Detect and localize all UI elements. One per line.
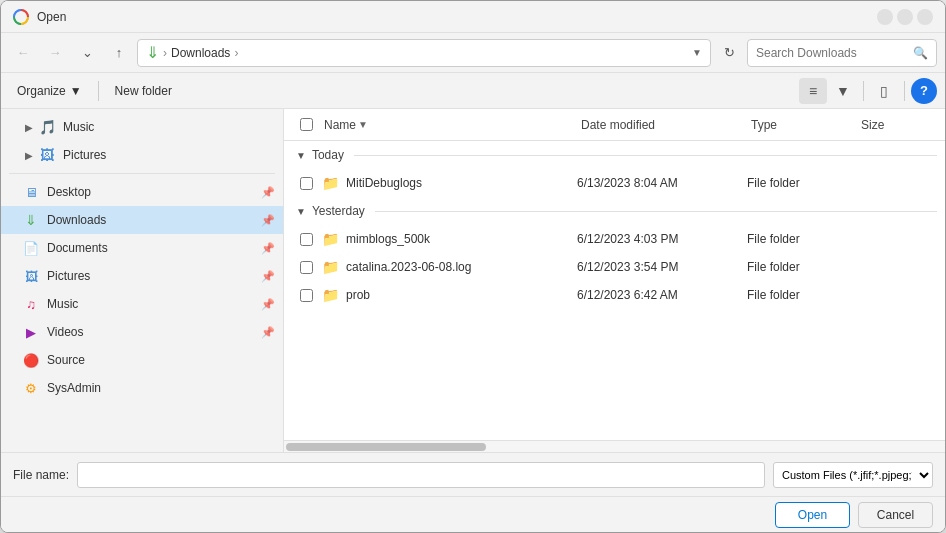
file-date: 6/12/2023 6:42 AM [577, 288, 747, 302]
window-controls: — □ ✕ [877, 9, 933, 25]
column-header-type[interactable]: Type [747, 118, 857, 132]
refresh-button[interactable]: ↻ [715, 39, 743, 67]
sidebar-item-pictures-top[interactable]: ▶ 🖼 Pictures [1, 141, 283, 169]
file-type: File folder [747, 260, 857, 274]
row-checkbox[interactable] [300, 177, 313, 190]
file-type: File folder [747, 288, 857, 302]
source-icon: 🔴 [21, 350, 41, 370]
search-input[interactable] [756, 46, 913, 60]
group-collapse-icon2[interactable]: ▼ [296, 206, 306, 217]
sidebar: ▶ 🎵 Music ▶ 🖼 Pictures 🖥 Desktop 📌 [1, 109, 284, 452]
sidebar-item-label: SysAdmin [47, 381, 275, 395]
expand-button[interactable]: ⌄ [73, 39, 101, 67]
file-name: MitiDebuglogs [346, 176, 577, 190]
sidebar-item-documents[interactable]: 📄 Documents 📌 [1, 234, 283, 262]
row-check[interactable] [292, 233, 320, 246]
table-row[interactable]: 📁 prob 6/12/2023 6:42 AM File folder [284, 281, 945, 309]
expand-arrow-source [5, 352, 21, 368]
expand-arrow-sysadmin [5, 380, 21, 396]
videos-icon: ▶ [21, 322, 41, 342]
horizontal-scrollbar-thumb[interactable] [286, 443, 486, 451]
expand-arrow-downloads [5, 212, 21, 228]
cancel-button[interactable]: Cancel [858, 502, 933, 528]
organize-button[interactable]: Organize ▼ [9, 78, 90, 104]
path-separator: › [163, 46, 167, 60]
file-date: 6/13/2023 8:04 AM [577, 176, 747, 190]
sidebar-item-downloads[interactable]: ⇓ Downloads 📌 [1, 206, 283, 234]
search-box[interactable]: 🔍 [747, 39, 937, 67]
row-check[interactable] [292, 177, 320, 190]
folder-icon: 📁 [320, 229, 340, 249]
pin-icon-desktop: 📌 [261, 186, 275, 199]
row-checkbox[interactable] [300, 233, 313, 246]
up-button[interactable]: ↑ [105, 39, 133, 67]
column-header-date[interactable]: Date modified [577, 118, 747, 132]
group-line [354, 155, 937, 156]
row-check[interactable] [292, 289, 320, 302]
close-button[interactable]: ✕ [917, 9, 933, 25]
help-button[interactable]: ? [911, 78, 937, 104]
sort-arrow-icon: ▼ [358, 119, 368, 130]
row-check[interactable] [292, 261, 320, 274]
sidebar-item-label: Desktop [47, 185, 261, 199]
file-type: File folder [747, 232, 857, 246]
sidebar-item-videos[interactable]: ▶ Videos 📌 [1, 318, 283, 346]
file-type-select[interactable]: Custom Files (*.jfif;*.pjpeg;*.jpe... [773, 462, 933, 488]
sidebar-item-desktop[interactable]: 🖥 Desktop 📌 [1, 178, 283, 206]
toolbar-separator3 [904, 81, 905, 101]
sidebar-item-label: Pictures [63, 148, 275, 162]
music-top-icon: 🎵 [37, 117, 57, 137]
file-type: File folder [747, 176, 857, 190]
minimize-button[interactable]: — [877, 9, 893, 25]
row-checkbox[interactable] [300, 261, 313, 274]
select-all-checkbox[interactable] [300, 118, 313, 131]
sidebar-item-music-top[interactable]: ▶ 🎵 Music [1, 113, 283, 141]
maximize-button[interactable]: □ [897, 9, 913, 25]
group-yesterday: ▼ Yesterday [284, 197, 945, 225]
file-area: Name ▼ Date modified Type Size ▼ Toda [284, 109, 945, 452]
sidebar-divider1 [9, 173, 275, 174]
file-name-input[interactable] [77, 462, 765, 488]
music-icon: ♫ [21, 294, 41, 314]
path-dropdown-arrow[interactable]: ▼ [692, 47, 702, 58]
sidebar-item-pictures[interactable]: 🖼 Pictures 📌 [1, 262, 283, 290]
horizontal-scrollbar[interactable] [284, 440, 945, 452]
content-area: ▶ 🎵 Music ▶ 🖼 Pictures 🖥 Desktop 📌 [1, 109, 945, 452]
column-header-name[interactable]: Name ▼ [320, 118, 577, 132]
group-collapse-icon[interactable]: ▼ [296, 150, 306, 161]
group-today: ▼ Today [284, 141, 945, 169]
file-name: catalina.2023-06-08.log [346, 260, 577, 274]
back-button[interactable]: ← [9, 39, 37, 67]
organize-chevron-icon: ▼ [70, 84, 82, 98]
preview-pane-button[interactable]: ▯ [870, 78, 898, 104]
select-all-check[interactable] [292, 118, 320, 131]
view-dropdown-button[interactable]: ▼ [829, 78, 857, 104]
sidebar-item-music[interactable]: ♫ Music 📌 [1, 290, 283, 318]
forward-button[interactable]: → [41, 39, 69, 67]
column-header-size[interactable]: Size [857, 118, 937, 132]
new-folder-button[interactable]: New folder [107, 78, 180, 104]
table-row[interactable]: 📁 mimblogs_500k 6/12/2023 4:03 PM File f… [284, 225, 945, 253]
address-bar: ← → ⌄ ↑ ⇓ › Downloads › ▼ ↻ 🔍 [1, 33, 945, 73]
pin-icon-videos: 📌 [261, 326, 275, 339]
pictures-top-icon: 🖼 [37, 145, 57, 165]
toolbar-separator [98, 81, 99, 101]
bottom-bar: File name: Custom Files (*.jfif;*.pjpeg;… [1, 452, 945, 496]
file-list-header: Name ▼ Date modified Type Size [284, 109, 945, 141]
search-icon: 🔍 [913, 46, 928, 60]
toolbar-right: ≡ ▼ ▯ ? [799, 78, 937, 104]
sidebar-item-sysadmin[interactable]: ⚙ SysAdmin [1, 374, 283, 402]
window-icon [13, 9, 29, 25]
sidebar-item-source[interactable]: 🔴 Source [1, 346, 283, 374]
address-path[interactable]: ⇓ › Downloads › ▼ [137, 39, 711, 67]
title-bar: Open — □ ✕ [1, 1, 945, 33]
file-scroll[interactable]: ▼ Today 📁 MitiDebuglogs 6/13/2023 8:04 A… [284, 141, 945, 440]
toolbar-separator2 [863, 81, 864, 101]
row-checkbox[interactable] [300, 289, 313, 302]
open-button[interactable]: Open [775, 502, 850, 528]
window-title: Open [37, 10, 877, 24]
list-view-button[interactable]: ≡ [799, 78, 827, 104]
pin-icon-pictures: 📌 [261, 270, 275, 283]
table-row[interactable]: 📁 MitiDebuglogs 6/13/2023 8:04 AM File f… [284, 169, 945, 197]
table-row[interactable]: 📁 catalina.2023-06-08.log 6/12/2023 3:54… [284, 253, 945, 281]
